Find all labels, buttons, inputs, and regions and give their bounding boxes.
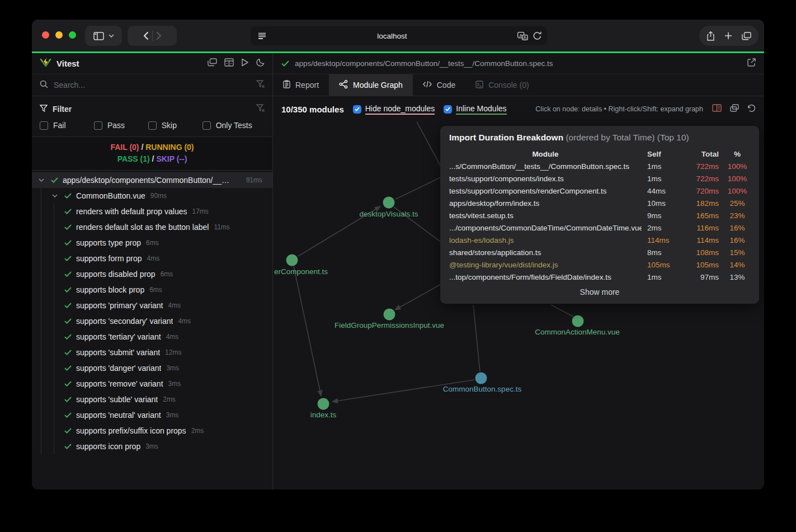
breakdown-row[interactable]: tests/vitest.setup.ts9ms165ms23%	[449, 209, 750, 222]
tab-console[interactable]: Console (0)	[465, 74, 539, 96]
tab-overview-icon[interactable]	[742, 32, 751, 40]
search-input[interactable]: Search...	[54, 81, 256, 90]
pass-check-icon	[64, 240, 72, 246]
inline-modules-checkbox[interactable]: Inline Modules	[444, 104, 506, 115]
checkbox-icon[interactable]	[94, 121, 102, 130]
filter-only-tests[interactable]: Only Tests	[202, 121, 265, 130]
address-bar[interactable]: localhost Aあ	[251, 26, 547, 45]
checkbox-icon[interactable]	[40, 121, 48, 130]
test-name: CommonButton.vue	[76, 191, 145, 200]
report-icon	[283, 80, 290, 90]
module-name: ...s/CommonButton/__tests__/CommonButton…	[449, 162, 642, 171]
graph-node	[383, 197, 395, 209]
breakdown-row[interactable]: ...s/CommonButton/__tests__/CommonButton…	[449, 160, 750, 172]
show-more-button[interactable]: Show more	[449, 288, 750, 296]
breakdown-row[interactable]: lodash-es/lodash.js114ms114ms16%	[449, 234, 750, 246]
clear-filter-icon[interactable]	[256, 80, 265, 90]
nav-buttons	[128, 26, 177, 46]
total-time: 108ms	[684, 248, 719, 257]
test-row[interactable]: supports disabled prop6ms	[32, 266, 272, 282]
browser-chrome: localhost Aあ	[32, 20, 764, 51]
collapse-panels-icon[interactable]	[208, 58, 217, 69]
test-row[interactable]: supports 'remove' variant3ms	[32, 376, 272, 392]
breakdown-row[interactable]: apps/desktop/form/index.ts10ms182ms25%	[449, 197, 750, 209]
breakdown-row[interactable]: tests/support/components/index.ts1ms722m…	[449, 172, 750, 185]
test-row[interactable]: CommonButton.vue90ms	[32, 188, 272, 204]
test-row[interactable]: supports type prop6ms	[32, 235, 272, 251]
dashboard-icon[interactable]	[224, 58, 234, 69]
duplicate-window-icon[interactable]	[730, 104, 739, 114]
test-duration: 3ms	[145, 442, 158, 450]
test-row[interactable]: renders default slot as the button label…	[32, 219, 272, 235]
test-row[interactable]: supports prefix/suffix icon props2ms	[32, 423, 272, 439]
breakdown-row[interactable]: tests/support/components/renderComponent…	[449, 185, 750, 197]
share-icon[interactable]	[706, 31, 715, 41]
module-graph-view[interactable]: 10/350 modules Hide node_modules Inline …	[273, 96, 764, 489]
sidebar-toggle-button[interactable]	[85, 26, 122, 46]
chevron-down-icon[interactable]	[52, 194, 60, 197]
chevron-down-icon[interactable]	[39, 178, 46, 182]
test-row[interactable]: supports block prop6ms	[32, 282, 272, 298]
tab-module-graph[interactable]: Module Graph	[329, 74, 413, 96]
total-time: 182ms	[684, 199, 719, 208]
run-all-icon[interactable]	[241, 58, 249, 69]
breakdown-row[interactable]: .../components/CommonDateTime/CommonDate…	[449, 222, 750, 234]
total-percent: 16%	[724, 224, 750, 232]
test-tree: apps/desktop/components/CommonButton/__……	[32, 171, 272, 489]
filter-fail[interactable]: Fail	[40, 121, 94, 130]
test-name: apps/desktop/components/CommonButton/__…	[63, 176, 229, 185]
test-row[interactable]: supports 'primary' variant4ms	[32, 298, 272, 313]
search-bar[interactable]: Search...	[32, 74, 272, 96]
test-row[interactable]: supports form prop4ms	[32, 251, 272, 266]
tab-report[interactable]: Report	[273, 74, 329, 96]
total-percent: 25%	[724, 199, 750, 208]
filter-skip[interactable]: Skip	[148, 121, 202, 130]
test-row[interactable]: apps/desktop/components/CommonButton/__……	[32, 172, 272, 188]
checkbox-icon[interactable]	[202, 121, 211, 130]
test-row[interactable]: supports 'neutral' variant3ms	[32, 407, 272, 423]
test-row[interactable]: supports icon prop3ms	[32, 439, 272, 454]
module-name: tests/support/components/renderComponent…	[449, 187, 642, 195]
filter-label: Filter	[53, 105, 256, 114]
pass-check-icon	[281, 59, 289, 69]
test-duration: 3ms	[166, 411, 179, 419]
module-name: .../components/CommonDateTime/CommonDate…	[449, 224, 642, 232]
test-status-summary: FAIL (0) / RUNNING (0) PASS (1) / SKIP (…	[32, 136, 272, 171]
breakdown-row[interactable]: shared/stores/application.ts8ms108ms15%	[449, 246, 750, 258]
translate-icon[interactable]: Aあ	[517, 32, 528, 40]
test-name: supports 'submit' variant	[76, 348, 160, 357]
close-window-button[interactable]	[42, 31, 49, 39]
checkbox-icon[interactable]	[148, 121, 157, 130]
filter-pass[interactable]: Pass	[94, 121, 148, 130]
test-row[interactable]: supports 'subtle' variant2ms	[32, 392, 272, 407]
test-row[interactable]: supports 'secondary' variant4ms	[32, 313, 272, 329]
checked-checkbox-icon[interactable]	[353, 105, 361, 114]
test-row[interactable]: supports 'submit' variant12ms	[32, 345, 272, 360]
zoom-window-button[interactable]	[69, 31, 76, 39]
open-in-editor-icon[interactable]	[747, 58, 756, 69]
test-row[interactable]: renders with default prop values17ms	[32, 204, 272, 219]
back-button[interactable]	[143, 31, 149, 40]
dark-mode-icon[interactable]	[256, 58, 265, 69]
test-duration: 2ms	[191, 427, 204, 435]
url-text[interactable]: localhost	[267, 32, 517, 40]
reload-icon[interactable]	[533, 31, 541, 40]
reset-graph-icon[interactable]	[747, 104, 756, 115]
new-tab-icon[interactable]	[724, 32, 732, 40]
test-row[interactable]: supports 'tertiary' variant4ms	[32, 329, 272, 345]
module-name: lodash-es/lodash.js	[449, 236, 642, 244]
clear-filter-icon[interactable]	[256, 104, 265, 114]
graph-edge	[473, 305, 480, 371]
hide-node-modules-checkbox[interactable]: Hide node_modules	[353, 104, 435, 115]
toolbar-right	[699, 26, 759, 46]
forward-button[interactable]	[156, 31, 162, 40]
minimize-window-button[interactable]	[55, 31, 63, 39]
legend-icon[interactable]	[712, 104, 722, 114]
reader-icon[interactable]	[257, 32, 267, 40]
checked-checkbox-icon[interactable]	[444, 105, 452, 114]
breakdown-row[interactable]: @testing-library/vue/dist/index.js105ms1…	[449, 258, 750, 271]
test-row[interactable]: supports 'danger' variant3ms	[32, 360, 272, 376]
pass-check-icon	[64, 412, 72, 418]
tab-code[interactable]: Code	[413, 74, 465, 96]
breakdown-row[interactable]: ...top/components/Form/fields/FieldDate/…	[449, 271, 750, 283]
